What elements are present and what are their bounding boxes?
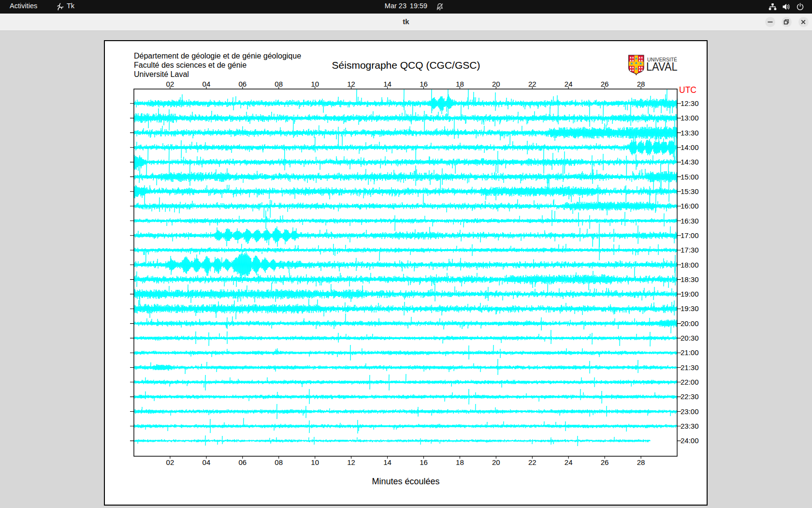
svg-text:20: 20 [492,458,500,466]
svg-text:08: 08 [275,458,283,466]
svg-text:06: 06 [238,80,246,88]
svg-text:06: 06 [238,458,246,466]
svg-text:02: 02 [166,80,174,88]
svg-text:23:30: 23:30 [681,422,699,430]
svg-text:UTC: UTC [679,85,696,95]
svg-text:14:30: 14:30 [681,158,699,166]
svg-text:19:00: 19:00 [681,290,699,298]
svg-text:24: 24 [565,458,573,466]
svg-text:13:30: 13:30 [681,129,699,137]
svg-text:26: 26 [601,458,609,466]
svg-text:22: 22 [528,458,536,466]
svg-text:16: 16 [420,80,428,88]
svg-text:Minutes écoulées: Minutes écoulées [372,477,439,486]
svg-text:18: 18 [456,458,464,466]
svg-text:19:30: 19:30 [681,304,699,313]
svg-text:22: 22 [528,80,536,88]
svg-text:21:00: 21:00 [681,348,699,357]
svg-text:14: 14 [383,458,392,466]
svg-text:12: 12 [347,458,355,466]
svg-text:04: 04 [203,80,211,88]
svg-text:22:00: 22:00 [681,378,699,386]
svg-text:17:00: 17:00 [681,231,699,239]
svg-text:Faculté des sciences et de gén: Faculté des sciences et de génie [134,61,246,69]
svg-text:02: 02 [166,458,174,466]
svg-text:18:30: 18:30 [681,275,699,284]
svg-text:LAVAL: LAVAL [646,60,678,73]
svg-text:Département de géologie et de: Département de géologie et de génie géol… [134,52,301,60]
svg-text:16: 16 [420,458,428,466]
svg-text:10: 10 [311,458,319,466]
svg-text:21:30: 21:30 [681,363,699,372]
svg-text:20:30: 20:30 [681,334,699,342]
svg-text:28: 28 [637,80,645,88]
svg-text:28: 28 [637,458,645,466]
svg-text:20:00: 20:00 [681,319,699,328]
svg-text:10: 10 [311,80,319,88]
svg-text:Séismographe QCQ (CGC/GSC): Séismographe QCQ (CGC/GSC) [332,60,480,71]
svg-text:04: 04 [203,458,211,466]
svg-text:12:30: 12:30 [681,99,699,107]
svg-text:15:00: 15:00 [681,173,699,181]
svg-text:24: 24 [565,80,573,88]
svg-text:22:30: 22:30 [681,392,699,401]
svg-text:14: 14 [383,80,392,88]
svg-text:16:30: 16:30 [681,217,699,225]
svg-text:20: 20 [492,80,500,88]
svg-text:15:30: 15:30 [681,187,699,195]
svg-text:16:00: 16:00 [681,202,699,210]
svg-text:23:00: 23:00 [681,407,699,416]
svg-text:12: 12 [347,80,355,88]
svg-text:08: 08 [275,80,283,88]
svg-text:17:30: 17:30 [681,246,699,254]
svg-text:14:00: 14:00 [681,143,699,151]
svg-text:24:00: 24:00 [681,436,699,445]
svg-text:18:00: 18:00 [681,261,699,269]
svg-text:18: 18 [456,80,464,88]
svg-text:Université Laval: Université Laval [134,70,189,78]
svg-text:26: 26 [601,80,609,88]
svg-text:13:00: 13:00 [681,114,699,122]
